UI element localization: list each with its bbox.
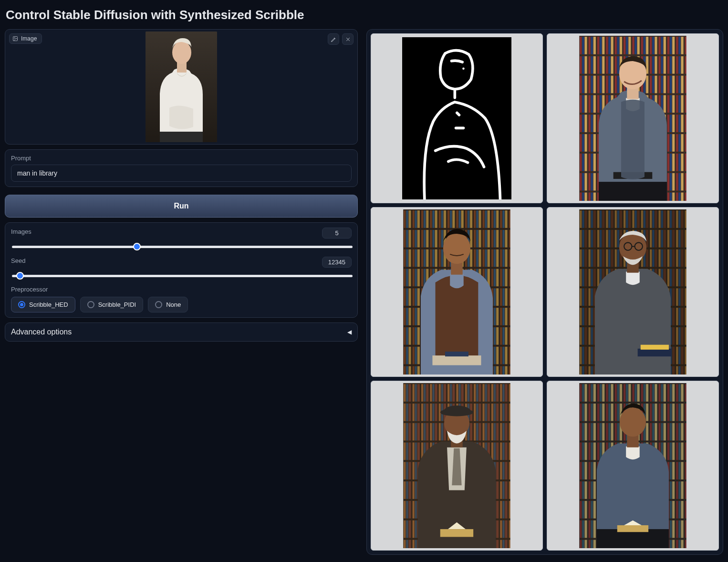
- prompt-input[interactable]: [11, 165, 352, 182]
- gallery-item[interactable]: [547, 33, 719, 203]
- close-icon: [345, 36, 351, 42]
- images-slider-value[interactable]: 5: [322, 228, 352, 239]
- gallery-item[interactable]: [547, 381, 719, 551]
- run-button[interactable]: Run: [5, 195, 358, 218]
- svg-rect-47: [440, 529, 473, 537]
- library-man-illustration: [576, 209, 689, 375]
- radio-dot-icon: [18, 301, 25, 308]
- preprocessor-label: Preprocessor: [11, 286, 352, 293]
- preprocessor-radio-group: Scribble_HED Scribble_PIDI None: [11, 297, 352, 312]
- svg-rect-38: [641, 344, 669, 349]
- gallery-item[interactable]: [371, 207, 543, 377]
- images-slider[interactable]: [12, 246, 353, 248]
- library-man-illustration: [576, 36, 689, 201]
- svg-rect-17: [599, 182, 667, 201]
- gallery-item[interactable]: [547, 207, 719, 377]
- library-man-illustration: [576, 383, 689, 549]
- input-image-preview[interactable]: [5, 30, 357, 144]
- seed-slider[interactable]: [12, 275, 353, 277]
- radio-none[interactable]: None: [148, 297, 188, 312]
- prompt-label: Prompt: [11, 155, 352, 162]
- prompt-card: Prompt: [5, 149, 358, 187]
- svg-rect-6: [160, 132, 203, 142]
- svg-point-5: [172, 41, 191, 64]
- input-person-illustration: [146, 31, 217, 142]
- advanced-options-toggle[interactable]: Advanced options ◀: [5, 323, 358, 342]
- sliders-card: Images 5 Seed 12345 Preprocessor: [5, 222, 358, 318]
- gallery-item[interactable]: [371, 33, 543, 203]
- svg-point-54: [620, 407, 646, 437]
- image-upload-card[interactable]: Image: [5, 29, 358, 145]
- radio-label: None: [166, 301, 181, 308]
- images-slider-label: Images: [11, 228, 31, 235]
- radio-label: Scribble_HED: [29, 301, 68, 308]
- svg-rect-37: [638, 348, 672, 356]
- image-upload-label: Image: [21, 35, 37, 42]
- svg-point-46: [440, 408, 473, 416]
- radio-scribble-hed[interactable]: Scribble_HED: [11, 297, 75, 312]
- library-man-illustration: [400, 383, 513, 549]
- scribble-output-illustration: [402, 37, 512, 199]
- svg-rect-56: [617, 525, 648, 531]
- svg-point-8: [462, 68, 465, 70]
- pencil-icon: [331, 36, 337, 42]
- svg-point-24: [443, 233, 470, 264]
- page-title: Control Stable Diffusion with Synthesize…: [6, 8, 723, 22]
- svg-rect-25: [432, 355, 481, 365]
- image-upload-tag: Image: [9, 33, 42, 44]
- output-gallery: [366, 29, 723, 555]
- svg-point-1: [14, 38, 15, 39]
- radio-dot-icon: [155, 301, 162, 308]
- seed-slider-label: Seed: [11, 257, 25, 264]
- library-man-illustration: [400, 209, 513, 375]
- clear-image-button[interactable]: [342, 33, 354, 45]
- edit-image-button[interactable]: [328, 33, 339, 45]
- gallery-item[interactable]: [371, 381, 543, 551]
- radio-label: Scribble_PIDI: [98, 301, 136, 308]
- radio-dot-icon: [87, 301, 94, 308]
- seed-slider-value[interactable]: 12345: [322, 257, 352, 268]
- radio-scribble-pidi[interactable]: Scribble_PIDI: [80, 297, 143, 312]
- svg-rect-26: [445, 351, 468, 356]
- caret-left-icon: ◀: [347, 329, 352, 335]
- image-icon: [12, 36, 18, 42]
- advanced-options-label: Advanced options: [11, 328, 72, 336]
